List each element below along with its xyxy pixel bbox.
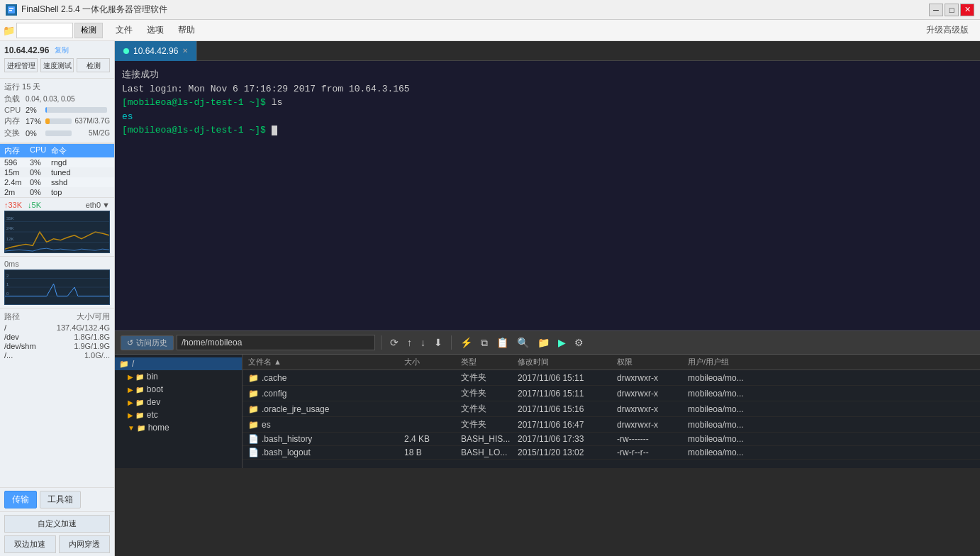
- path-input[interactable]: [177, 335, 375, 350]
- connection-indicator: [123, 48, 129, 54]
- prompt-1-text: [mobileoa@ls-dj-test-1 ~]$: [122, 97, 272, 108]
- latency-chart-svg: 2 1 0: [5, 270, 109, 304]
- refresh-icon[interactable]: ⟳: [387, 335, 401, 350]
- proc-header-cpu[interactable]: CPU: [28, 145, 50, 156]
- tab-close-icon[interactable]: ✕: [182, 47, 188, 55]
- file-header-owner[interactable]: 用户/用户组: [688, 357, 974, 367]
- proc-cpu-2: 0%: [28, 178, 50, 187]
- tree-item-etc[interactable]: ▶ 📁 etc: [123, 408, 242, 421]
- latency-chart: 2 1 0: [4, 269, 110, 305]
- folder-icon-0: 📁: [248, 373, 259, 383]
- folder-icon: 📁: [3, 25, 15, 36]
- proc-row-2: 2.4m 0% sshd: [0, 177, 114, 187]
- maximize-button[interactable]: □: [945, 4, 959, 16]
- menubar: 📁 检测 文件 选项 帮助 升级高级版: [0, 20, 980, 41]
- mem-bar-container: [45, 118, 72, 124]
- load-value: 0.04, 0.03, 0.05: [26, 95, 75, 103]
- file-row-3[interactable]: 📁es 文件夹 2017/11/06 16:47 drwxrwxr-x mobi…: [243, 417, 980, 433]
- minimize-button[interactable]: ─: [929, 4, 943, 16]
- tree-item-boot[interactable]: ▶ 📁 boot: [123, 383, 242, 396]
- file-header-perm[interactable]: 权限: [617, 357, 688, 367]
- disk-header-size: 大小/可用: [53, 311, 110, 322]
- folder-home-icon: ▼ 📁: [128, 424, 145, 432]
- folder-new-icon[interactable]: 📁: [535, 335, 552, 350]
- detect-button[interactable]: 检测: [77, 58, 110, 72]
- load-row: 负载 0.04, 0.03, 0.05: [4, 94, 110, 104]
- svg-text:35K: 35K: [6, 216, 14, 221]
- upload-icon[interactable]: ↑: [404, 335, 415, 350]
- close-button[interactable]: ✕: [960, 4, 974, 16]
- menu-file[interactable]: 文件: [108, 21, 140, 39]
- tab-toolbox[interactable]: 工具箱: [40, 491, 81, 508]
- file-row-0[interactable]: 📁.cache 文件夹 2017/11/06 15:11 drwxrwxr-x …: [243, 370, 980, 386]
- cpu-row: CPU 2%: [4, 106, 110, 114]
- cpu-bar: [45, 107, 47, 113]
- proc-mem-2: 2.4m: [3, 178, 28, 187]
- disk-size-0: 137.4G/132.4G: [53, 323, 110, 332]
- cpu-label: CPU: [4, 106, 26, 114]
- prompt-line-2: [mobileoa@ls-dj-test-1 ~]$: [122, 123, 973, 138]
- file-owner-2: mobileoa/mo...: [688, 404, 974, 414]
- proc-header-cmd[interactable]: 命令: [50, 145, 111, 156]
- copy-button[interactable]: 复制: [55, 45, 69, 55]
- speed-test-button[interactable]: 速度测试: [40, 58, 74, 72]
- process-table: 内存 CPU 命令 596 3% rngd 15m 0% tuned 2.4m …: [0, 143, 114, 197]
- search-files-icon[interactable]: 🔍: [514, 335, 532, 350]
- file-row-2[interactable]: 📁.oracle_jre_usage 文件夹 2017/11/06 15:16 …: [243, 401, 980, 417]
- tree-item-bin[interactable]: ▶ 📁 bin: [123, 370, 242, 383]
- disk-path-3: /...: [4, 351, 53, 360]
- settings-icon[interactable]: ⚙: [572, 335, 586, 350]
- server-info: 10.64.42.96 复制 进程管理 速度测试 检测: [0, 41, 114, 79]
- custom-accel-button[interactable]: 自定义加速: [4, 515, 110, 533]
- tab-transfer[interactable]: 传输: [4, 491, 37, 508]
- svg-text:2: 2: [6, 274, 9, 278]
- search-button[interactable]: 检测: [74, 23, 103, 38]
- uptime-label: 运行 15 天: [4, 82, 40, 92]
- terminal-output[interactable]: 连接成功 Last login: Mon Nov 6 17:16:29 2017…: [115, 61, 980, 330]
- search-input[interactable]: [16, 23, 73, 38]
- file-header-name[interactable]: 文件名 ▲: [248, 357, 404, 367]
- file-header-type[interactable]: 类型: [461, 357, 518, 367]
- paste-files-icon[interactable]: 📋: [494, 335, 511, 350]
- tree-item-home[interactable]: ▼ 📁 home: [123, 421, 242, 434]
- file-date-3: 2017/11/06 16:47: [518, 420, 617, 430]
- disk-row-0: / 137.4G/132.4G: [4, 323, 110, 332]
- disk-size-1: 1.8G/1.8G: [53, 333, 110, 341]
- folder-icon-1: 📁: [248, 389, 259, 399]
- file-header-size[interactable]: 大小: [404, 357, 461, 367]
- download-alt-icon[interactable]: ⬇: [431, 335, 445, 350]
- inner-net-button[interactable]: 内网穿透: [59, 535, 111, 553]
- play-icon[interactable]: ▶: [555, 335, 569, 350]
- file-list: 文件名 ▲ 大小 类型 修改时间 权限 用户/用户组 📁.cache 文件夹 2…: [243, 355, 980, 468]
- file-row-1[interactable]: 📁.config 文件夹 2017/11/06 15:11 drwxrwxr-x…: [243, 386, 980, 401]
- chevron-down-icon: ▼: [102, 201, 110, 209]
- process-manager-button[interactable]: 进程管理: [4, 58, 38, 72]
- copy-files-icon[interactable]: ⧉: [478, 335, 491, 350]
- menu-help[interactable]: 帮助: [171, 21, 202, 39]
- swap-bar-container: [45, 130, 72, 136]
- history-button[interactable]: ↺ 访问历史: [121, 335, 174, 350]
- double-accel-button[interactable]: 双边加速: [4, 535, 56, 553]
- upgrade-button[interactable]: 升级高级版: [918, 24, 977, 36]
- menu-help-label: 帮助: [178, 24, 195, 36]
- tree-item-dev[interactable]: ▶ 📁 dev: [123, 396, 242, 408]
- menu-options[interactable]: 选项: [140, 21, 171, 39]
- history-label: 访问历史: [136, 338, 167, 348]
- file-row-5[interactable]: 📄.bash_logout 18 B BASH_LO... 2015/11/20…: [243, 446, 980, 460]
- tree-item-root[interactable]: 📁 /: [115, 357, 242, 370]
- terminal-tab-active[interactable]: 10.64.42.96 ✕: [115, 41, 197, 61]
- proc-header-mem[interactable]: 内存: [3, 145, 28, 156]
- file-row-4[interactable]: 📄.bash_history 2.4 KB BASH_HIS... 2017/1…: [243, 433, 980, 446]
- tree-item-dev-label: dev: [147, 397, 160, 407]
- net-interface-selector[interactable]: eth0 ▼: [86, 201, 110, 209]
- tree-item-etc-label: etc: [147, 410, 158, 420]
- file-header-date[interactable]: 修改时间: [518, 357, 617, 367]
- file-date-1: 2017/11/06 15:11: [518, 389, 617, 399]
- file-perm-5: -rw-r--r--: [617, 447, 688, 457]
- prompt-2-text: [mobileoa@ls-dj-test-1 ~]$: [122, 125, 272, 135]
- download-icon[interactable]: ↓: [418, 335, 428, 350]
- flash-icon[interactable]: ⚡: [457, 335, 475, 350]
- cpu-bar-container: [45, 107, 107, 113]
- system-stats: 运行 15 天 负载 0.04, 0.03, 0.05 CPU 2% 内存 17…: [0, 79, 114, 143]
- file-date-0: 2017/11/06 15:11: [518, 373, 617, 383]
